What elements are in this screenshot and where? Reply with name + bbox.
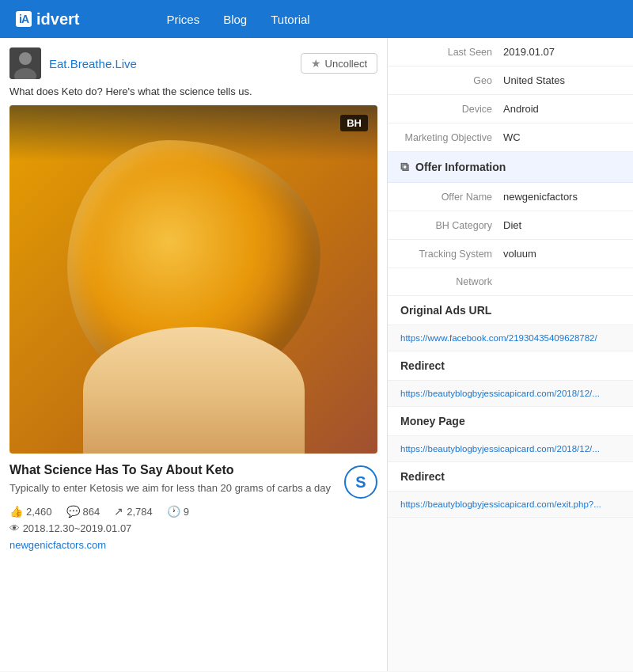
ad-badge: BH [340, 115, 368, 131]
star-icon: ★ [311, 57, 321, 70]
meta-row-device: Device Android [388, 95, 633, 123]
offer-name-label: Offer Name [400, 192, 503, 203]
url-section-3-value[interactable]: https://beautyblogbyjessicapicard.com/ex… [388, 492, 633, 518]
ad-image: BH [9, 105, 377, 454]
comments-count: 864 [83, 506, 100, 518]
left-panel: Eat.Breathe.Live ★ Uncollect What does K… [0, 38, 388, 671]
profile-description: What does Keto do? Here's what the scien… [9, 85, 377, 97]
profile-left: Eat.Breathe.Live [9, 47, 137, 79]
svg-point-1 [19, 52, 32, 65]
objective-value: WC [503, 131, 521, 143]
nav-tutorial[interactable]: Tutorial [271, 13, 309, 26]
offer-row-name: Offer Name newgenicfactors [388, 183, 633, 211]
eye-stat: 👁 2018.12.30~2019.01.07 [9, 522, 377, 534]
views-stat: 🕐 9 [167, 505, 189, 518]
url-section-2-value[interactable]: https://beautyblogbyjessicapicard.com/20… [388, 436, 633, 462]
stats-row: 👍 2,460 💬 864 ↗ 2,784 🕐 9 [9, 505, 377, 518]
main-container: Eat.Breathe.Live ★ Uncollect What does K… [0, 38, 633, 671]
device-value: Android [503, 103, 539, 115]
ad-title: What Science Has To Say About Keto [9, 463, 377, 477]
share-button[interactable]: S [344, 465, 377, 499]
url-section-1-value[interactable]: https://beautyblogbyjessicapicard.com/20… [388, 381, 633, 407]
logo-icon: iA [16, 11, 32, 27]
offer-row-network: Network [388, 268, 633, 296]
url-section-0-value[interactable]: https://www.facebook.com/219304354096287… [388, 325, 633, 351]
navbar: iA idvert Prices Blog Tutorial [0, 0, 633, 38]
tracking-value: voluum [503, 248, 536, 260]
url-section-1-header: Redirect [388, 351, 633, 381]
offer-rows: Offer Name newgenicfactors BH Category D… [388, 183, 633, 296]
stats-area: S 👍 2,460 💬 864 ↗ 2,784 🕐 9 [9, 505, 377, 522]
last-seen-label: Last Seen [400, 47, 503, 58]
ad-hand-shape [83, 327, 305, 454]
views-count: 9 [184, 506, 189, 518]
meta-row-geo: Geo United States [388, 66, 633, 95]
network-label: Network [400, 276, 503, 287]
view-icon: 🕐 [167, 505, 180, 518]
nav-blog[interactable]: Blog [223, 13, 247, 26]
last-seen-value: 2019.01.07 [503, 46, 555, 58]
shares-stat: ↗ 2,784 [114, 505, 153, 518]
geo-value: United States [503, 74, 565, 86]
meta-row-objective: Marketing Objective WC [388, 123, 633, 152]
shares-count: 2,784 [127, 506, 153, 518]
url-section-0-header: Original Ads URL [388, 296, 633, 325]
bh-category-label: BH Category [400, 220, 503, 231]
url-sections: Original Ads URL https://www.facebook.co… [388, 296, 633, 518]
objective-label: Marketing Objective [400, 132, 503, 143]
avatar [9, 47, 41, 79]
offer-row-tracking: Tracking System voluum [388, 240, 633, 268]
offer-section-header: ⧉ Offer Information [388, 152, 633, 183]
ad-subtitle: Typically to enter Ketosis we aim for le… [9, 482, 377, 494]
offer-row-category: BH Category Diet [388, 211, 633, 240]
likes-stat: 👍 2,460 [9, 505, 52, 518]
device-label: Device [400, 104, 503, 115]
nav-prices[interactable]: Prices [166, 13, 199, 26]
brand-logo: iA idvert [16, 10, 79, 28]
geo-label: Geo [400, 75, 503, 86]
profile-header: Eat.Breathe.Live ★ Uncollect [9, 47, 377, 79]
nav-links: Prices Blog Tutorial [166, 13, 309, 26]
meta-rows: Last Seen 2019.01.07 Geo United States D… [388, 38, 633, 152]
brand-name: idvert [36, 10, 79, 28]
tracking-label: Tracking System [400, 249, 503, 260]
comments-stat: 💬 864 [66, 505, 100, 518]
like-icon: 👍 [9, 505, 23, 518]
right-panel: Last Seen 2019.01.07 Geo United States D… [388, 38, 633, 671]
bh-category-value: Diet [503, 219, 521, 231]
date-range: 2018.12.30~2019.01.07 [23, 522, 132, 534]
offer-section-icon: ⧉ [400, 160, 409, 174]
meta-row-last-seen: Last Seen 2019.01.07 [388, 38, 633, 66]
likes-count: 2,460 [26, 506, 52, 518]
url-section-3-header: Redirect [388, 462, 633, 492]
offer-name-value: newgenicfactors [503, 191, 578, 203]
url-section-2-header: Money Page [388, 407, 633, 436]
uncollect-button[interactable]: ★ Uncollect [301, 53, 377, 74]
share-icon: ↗ [114, 505, 123, 518]
comment-icon: 💬 [66, 505, 80, 518]
website-link[interactable]: newgenicfactors.com [9, 539, 106, 551]
profile-name[interactable]: Eat.Breathe.Live [49, 57, 137, 70]
offer-section-title: Offer Information [415, 161, 506, 173]
